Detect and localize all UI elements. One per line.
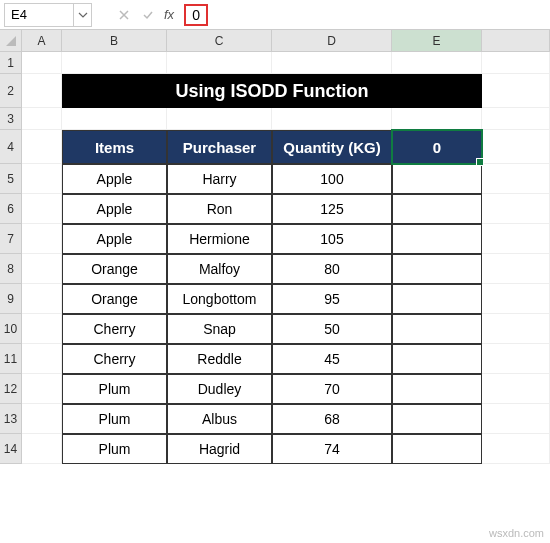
- row-header[interactable]: 13: [0, 404, 22, 434]
- cell-items[interactable]: Plum: [62, 404, 167, 434]
- cell-purchaser[interactable]: Albus: [167, 404, 272, 434]
- row-header[interactable]: 7: [0, 224, 22, 254]
- row-header[interactable]: 10: [0, 314, 22, 344]
- row-header-4[interactable]: 4: [0, 130, 22, 164]
- header-purchaser: Purchaser: [167, 130, 272, 164]
- cancel-icon[interactable]: [112, 3, 136, 27]
- active-cell[interactable]: 0: [392, 130, 482, 164]
- cell-items[interactable]: Cherry: [62, 344, 167, 374]
- col-header-A[interactable]: A: [22, 30, 62, 52]
- cell-items[interactable]: Apple: [62, 194, 167, 224]
- cell-purchaser[interactable]: Reddle: [167, 344, 272, 374]
- cell-extra[interactable]: [392, 164, 482, 194]
- name-box-dropdown[interactable]: [74, 3, 92, 27]
- cell-quantity[interactable]: 105: [272, 224, 392, 254]
- cell-quantity[interactable]: 100: [272, 164, 392, 194]
- cell-quantity[interactable]: 50: [272, 314, 392, 344]
- row-header[interactable]: 14: [0, 434, 22, 464]
- col-header-C[interactable]: C: [167, 30, 272, 52]
- cell-quantity[interactable]: 68: [272, 404, 392, 434]
- cell-purchaser[interactable]: Harry: [167, 164, 272, 194]
- cell-quantity[interactable]: 70: [272, 374, 392, 404]
- row-header-3[interactable]: 3: [0, 108, 22, 130]
- cell-quantity[interactable]: 125: [272, 194, 392, 224]
- cell-quantity[interactable]: 45: [272, 344, 392, 374]
- cell-extra[interactable]: [392, 284, 482, 314]
- chevron-down-icon: [78, 10, 88, 20]
- cell-items[interactable]: Orange: [62, 284, 167, 314]
- formula-input[interactable]: 0: [178, 3, 546, 27]
- cell-items[interactable]: Apple: [62, 164, 167, 194]
- cell-purchaser[interactable]: Snap: [167, 314, 272, 344]
- row-header[interactable]: 11: [0, 344, 22, 374]
- col-header-D[interactable]: D: [272, 30, 392, 52]
- cell-items[interactable]: Plum: [62, 434, 167, 464]
- formula-bar: E4 fx 0: [0, 0, 550, 30]
- header-items: Items: [62, 130, 167, 164]
- cell-extra[interactable]: [392, 254, 482, 284]
- cell-purchaser[interactable]: Malfoy: [167, 254, 272, 284]
- cell-items[interactable]: Cherry: [62, 314, 167, 344]
- row-header[interactable]: 8: [0, 254, 22, 284]
- header-quantity: Quantity (KG): [272, 130, 392, 164]
- spreadsheet-grid[interactable]: A B C D E 1 2 Using ISODD Function 3 4 I…: [0, 30, 550, 464]
- row-header-1[interactable]: 1: [0, 52, 22, 74]
- cell-extra[interactable]: [392, 224, 482, 254]
- col-header-E[interactable]: E: [392, 30, 482, 52]
- cell-items[interactable]: Plum: [62, 374, 167, 404]
- cell-extra[interactable]: [392, 314, 482, 344]
- cell-purchaser[interactable]: Hermione: [167, 224, 272, 254]
- row-header[interactable]: 6: [0, 194, 22, 224]
- col-header-B[interactable]: B: [62, 30, 167, 52]
- cell-purchaser[interactable]: Ron: [167, 194, 272, 224]
- enter-icon[interactable]: [136, 3, 160, 27]
- row-header[interactable]: 9: [0, 284, 22, 314]
- cell-purchaser[interactable]: Dudley: [167, 374, 272, 404]
- formula-value-highlight: 0: [184, 4, 208, 26]
- cell-extra[interactable]: [392, 434, 482, 464]
- fx-label[interactable]: fx: [164, 7, 174, 22]
- cell-extra[interactable]: [392, 374, 482, 404]
- cell-purchaser[interactable]: Hagrid: [167, 434, 272, 464]
- row-header-2[interactable]: 2: [0, 74, 22, 108]
- name-box[interactable]: E4: [4, 3, 74, 27]
- cell-quantity[interactable]: 74: [272, 434, 392, 464]
- select-all-corner[interactable]: [0, 30, 22, 52]
- cell-items[interactable]: Orange: [62, 254, 167, 284]
- row-header[interactable]: 5: [0, 164, 22, 194]
- cell-extra[interactable]: [392, 404, 482, 434]
- cell-quantity[interactable]: 80: [272, 254, 392, 284]
- cell-extra[interactable]: [392, 194, 482, 224]
- cell-items[interactable]: Apple: [62, 224, 167, 254]
- watermark: wsxdn.com: [489, 527, 544, 539]
- col-header-extra[interactable]: [482, 30, 550, 52]
- title-cell: Using ISODD Function: [62, 74, 482, 108]
- cell-purchaser[interactable]: Longbottom: [167, 284, 272, 314]
- select-all-icon: [6, 36, 16, 46]
- row-header[interactable]: 12: [0, 374, 22, 404]
- cell-quantity[interactable]: 95: [272, 284, 392, 314]
- cell-extra[interactable]: [392, 344, 482, 374]
